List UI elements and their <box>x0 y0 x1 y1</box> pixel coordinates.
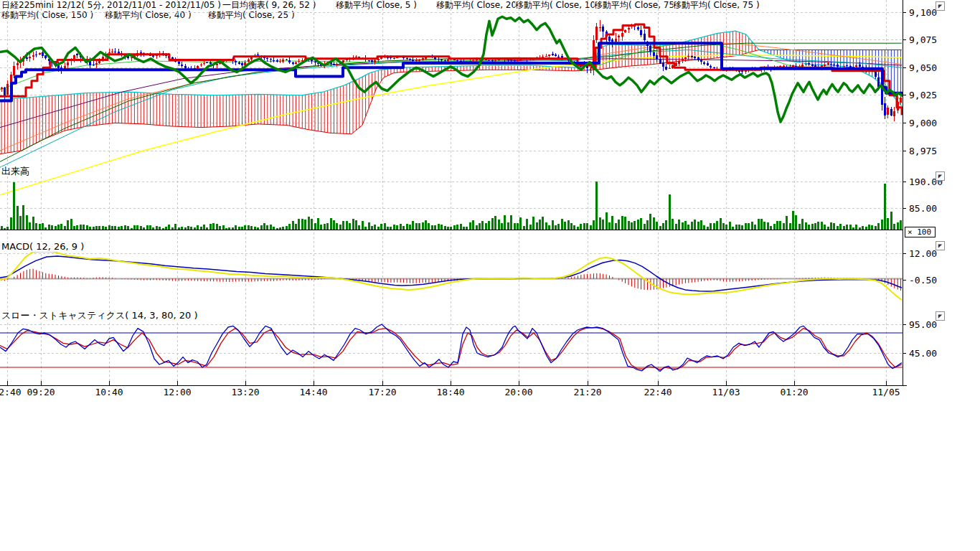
volume-bar <box>55 226 57 230</box>
volume-bar <box>282 227 284 230</box>
volume-bar <box>209 224 212 230</box>
resize-arrow-icon: ◤ <box>936 2 944 10</box>
volume-bar <box>839 224 842 230</box>
macd-plot <box>0 252 903 301</box>
x-tick-label: 12:00 <box>163 387 191 397</box>
volume-bar <box>881 220 883 230</box>
volume-bar <box>466 227 468 230</box>
candle-body <box>542 57 544 57</box>
macd-panel-label: MACD( 12, 26, 9 ) <box>1 242 84 252</box>
volume-bar <box>80 225 82 230</box>
candle-body <box>279 61 281 62</box>
volume-bar <box>44 227 47 230</box>
volume-bar <box>368 222 370 230</box>
candle-body <box>156 55 158 56</box>
volume-bar <box>463 227 465 230</box>
candle-body <box>314 62 316 62</box>
volume-bar <box>649 214 651 230</box>
volume-bar <box>644 224 646 230</box>
volume-bar <box>877 223 880 230</box>
volume-bar <box>821 222 823 230</box>
candle-body <box>114 52 116 52</box>
volume-bar <box>140 226 142 230</box>
volume-bar <box>118 227 120 230</box>
candle-body <box>808 63 810 65</box>
volume-bar <box>187 226 189 230</box>
candle-body <box>266 58 268 59</box>
stoch-panel-resize-button[interactable]: ◤ <box>936 311 945 321</box>
volume-bar <box>83 225 85 230</box>
y-tick-label: 45.00 <box>909 348 937 359</box>
volume-bar <box>760 219 763 230</box>
volume-bar <box>364 227 367 230</box>
candle-body <box>35 55 37 55</box>
y-tick-label: 9,075 <box>909 34 937 45</box>
volume-bar <box>583 223 585 230</box>
resize-arrow-icon: ◤ <box>936 172 944 180</box>
volume-bar <box>105 227 107 230</box>
candle-body <box>491 60 494 61</box>
volume-bar <box>339 225 341 230</box>
volume-bar <box>371 226 373 230</box>
candle-body <box>669 68 671 69</box>
volume-bar <box>593 220 595 230</box>
volume-bar <box>393 225 395 230</box>
volume-bar <box>758 219 760 230</box>
volume-bar <box>646 220 649 230</box>
volume-bar <box>317 218 319 230</box>
volume-bar <box>64 226 66 230</box>
volume-bar <box>498 220 500 230</box>
candle-body <box>438 59 440 60</box>
volume-bar <box>326 223 329 230</box>
volume-bar <box>346 221 348 230</box>
candle-body <box>444 60 446 61</box>
x-tick-label: 21:20 <box>573 387 601 397</box>
volume-bar <box>798 224 801 230</box>
volume-bar <box>248 225 250 230</box>
macd-panel-resize-button[interactable]: ◤ <box>936 241 945 250</box>
volume-bar <box>295 224 297 230</box>
price-panel-resize-button[interactable]: ◤ <box>936 1 945 11</box>
volume-bar <box>707 227 709 230</box>
candle-body <box>615 39 617 42</box>
volume-bar <box>659 226 661 230</box>
candle-body <box>39 53 41 55</box>
volume-bar <box>10 217 12 230</box>
volume-bar <box>1 226 3 230</box>
candle-body <box>621 33 623 37</box>
candle-body <box>333 64 335 65</box>
volume-bar <box>875 226 877 230</box>
candle-body <box>595 27 598 41</box>
y-tick-label: 9,050 <box>909 62 937 73</box>
volume-bar <box>336 223 338 230</box>
candle-body <box>374 60 376 62</box>
volume-bar <box>222 225 225 230</box>
candle-body <box>694 57 696 59</box>
volume-bar <box>415 223 418 230</box>
volume-bar <box>561 219 563 230</box>
volume-bar <box>833 223 835 230</box>
candle-body <box>881 88 883 105</box>
volume-bar <box>121 226 123 230</box>
candle-body <box>257 55 259 55</box>
volume-panel-resize-button[interactable]: ◤ <box>936 171 945 181</box>
volume-bar <box>517 223 519 230</box>
volume-bar <box>640 218 642 230</box>
volume-bar <box>26 215 28 230</box>
candle-body <box>548 55 550 56</box>
candle-body <box>108 52 110 53</box>
volume-bar <box>22 205 24 230</box>
candle-body <box>700 60 702 62</box>
volume-bar <box>42 223 44 230</box>
y-tick-label: 9,000 <box>909 118 937 128</box>
volume-bar <box>174 224 176 230</box>
volume-bar <box>682 222 684 230</box>
volume-bar <box>590 225 592 230</box>
candle-body <box>371 60 373 62</box>
candle-body <box>95 63 98 65</box>
volume-bar <box>773 224 776 230</box>
candle-body <box>390 57 392 58</box>
volume-bar <box>156 226 158 230</box>
volume-bar <box>409 225 411 230</box>
candle-body <box>590 70 592 70</box>
